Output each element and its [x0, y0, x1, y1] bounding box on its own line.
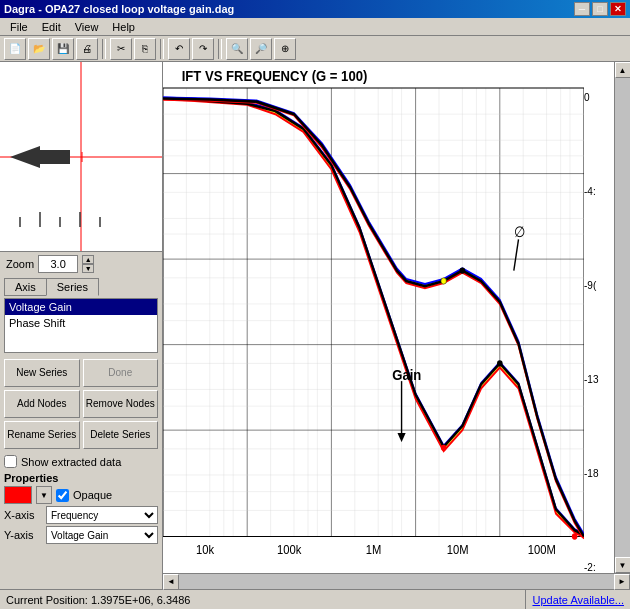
xlabel-100m: 100M — [528, 543, 556, 558]
color-row: ▼ Opaque — [4, 486, 158, 504]
zoom-input[interactable] — [38, 255, 78, 273]
properties-section: Properties ▼ Opaque X-axis Frequency Y-a… — [0, 470, 162, 548]
status-bar: Current Position: 1.3975E+06, 6.3486 Upd… — [0, 589, 630, 609]
yaxis-select[interactable]: Voltage Gain — [46, 526, 158, 544]
delete-series-button[interactable]: Delete Series — [83, 421, 159, 449]
title-controls: ─ □ ✕ — [574, 2, 626, 16]
main-content: Zoom ▲ ▼ Axis Series Voltage Gain Phase … — [0, 62, 630, 589]
scroll-track-h[interactable] — [179, 574, 614, 589]
phase-annotation: ∅ — [514, 224, 525, 241]
zoom-down-button[interactable]: ▼ — [82, 264, 94, 273]
chart-svg: IFT VS FREQUENCY (G = 100) — [163, 62, 584, 573]
zoom-spinner: ▲ ▼ — [82, 255, 94, 273]
show-extracted-row: Show extracted data — [0, 453, 162, 470]
buttons-area: New Series Done Add Nodes Remove Nodes R… — [0, 355, 162, 453]
properties-label: Properties — [4, 472, 158, 484]
dot-2 — [497, 360, 503, 366]
close-button[interactable]: ✕ — [610, 2, 626, 16]
left-panel: Zoom ▲ ▼ Axis Series Voltage Gain Phase … — [0, 62, 163, 589]
ylabel-225: -2: — [584, 562, 596, 573]
left-arrow-icon — [10, 146, 70, 168]
dot-4 — [441, 278, 447, 284]
rename-series-button[interactable]: Rename Series — [4, 421, 80, 449]
cut-button[interactable]: ✂ — [110, 38, 132, 60]
btn-row-1: New Series Done — [4, 359, 158, 387]
status-position: Current Position: 1.3975E+06, 6.3486 — [0, 594, 525, 606]
xaxis-row: X-axis Frequency — [4, 506, 158, 524]
menu-help[interactable]: Help — [106, 20, 141, 34]
scroll-left-button[interactable]: ◄ — [163, 574, 179, 590]
xaxis-select[interactable]: Frequency — [46, 506, 158, 524]
zoom-in-button[interactable]: 🔎 — [250, 38, 272, 60]
scroll-down-button[interactable]: ▼ — [615, 557, 631, 573]
window-title: Dagra - OPA27 closed loop voltage gain.d… — [4, 3, 234, 15]
undo-button[interactable]: ↶ — [168, 38, 190, 60]
ylabel-90: -9( — [584, 280, 596, 291]
y-labels: 0 -4: -9( -13 -18 -2: — [584, 92, 614, 573]
redo-button[interactable]: ↷ — [192, 38, 214, 60]
btn-row-3: Rename Series Delete Series — [4, 421, 158, 449]
xlabel-100k: 100k — [277, 543, 301, 558]
xlabel-1m: 1M — [366, 543, 382, 558]
color-dropdown[interactable]: ▼ — [36, 486, 52, 504]
toolbar: 📄 📂 💾 🖨 ✂ ⎘ ↶ ↷ 🔍 🔎 ⊕ — [0, 36, 630, 62]
save-button[interactable]: 💾 — [52, 38, 74, 60]
show-extracted-label: Show extracted data — [21, 456, 121, 468]
preview-area — [0, 62, 162, 252]
chart-title: IFT VS FREQUENCY (G = 100) — [182, 67, 368, 84]
print-button[interactable]: 🖨 — [76, 38, 98, 60]
xlabel-10k: 10k — [196, 543, 214, 558]
zoom-label: Zoom — [6, 258, 34, 270]
chart-area: IFT VS FREQUENCY (G = 100) — [163, 62, 630, 589]
new-series-button[interactable]: New Series — [4, 359, 80, 387]
menu-view[interactable]: View — [69, 20, 105, 34]
dot-3 — [460, 267, 466, 273]
yaxis-row: Y-axis Voltage Gain — [4, 526, 158, 544]
series-list[interactable]: Voltage Gain Phase Shift — [4, 298, 158, 353]
xlabel-10m: 10M — [447, 543, 469, 558]
svg-rect-8 — [163, 62, 584, 573]
opaque-label: Opaque — [73, 489, 112, 501]
done-button[interactable]: Done — [83, 359, 159, 387]
new-button[interactable]: 📄 — [4, 38, 26, 60]
remove-nodes-button[interactable]: Remove Nodes — [83, 390, 159, 418]
ylabel-0: 0 — [584, 92, 590, 103]
tab-series[interactable]: Series — [46, 278, 99, 296]
add-nodes-button[interactable]: Add Nodes — [4, 390, 80, 418]
menu-bar: File Edit View Help — [0, 18, 630, 36]
dot-1 — [441, 445, 447, 451]
y-axis-labels: 0 -4: -9( -13 -18 -2: — [584, 62, 614, 573]
scroll-right-button[interactable]: ► — [614, 574, 630, 590]
update-link[interactable]: Update Available... — [525, 590, 630, 609]
tabs: Axis Series — [0, 276, 162, 296]
zoom-fit-button[interactable]: ⊕ — [274, 38, 296, 60]
menu-edit[interactable]: Edit — [36, 20, 67, 34]
zoom-up-button[interactable]: ▲ — [82, 255, 94, 264]
show-extracted-checkbox[interactable] — [4, 455, 17, 468]
toolbar-sep-1 — [102, 39, 106, 59]
xaxis-label: X-axis — [4, 509, 42, 521]
opaque-checkbox[interactable] — [56, 489, 69, 502]
toolbar-sep-2 — [160, 39, 164, 59]
color-swatch[interactable] — [4, 486, 32, 504]
ylabel-45: -4: — [584, 186, 596, 197]
scrollbar-vertical[interactable]: ▲ ▼ — [614, 62, 630, 573]
scroll-track-v[interactable] — [615, 78, 630, 557]
scroll-up-button[interactable]: ▲ — [615, 62, 631, 78]
menu-file[interactable]: File — [4, 20, 34, 34]
ylabel-180: -18 — [584, 468, 598, 479]
series-item-voltage-gain[interactable]: Voltage Gain — [5, 299, 157, 315]
toolbar-sep-3 — [218, 39, 222, 59]
yaxis-label: Y-axis — [4, 529, 42, 541]
series-item-phase-shift[interactable]: Phase Shift — [5, 315, 157, 331]
copy-button[interactable]: ⎘ — [134, 38, 156, 60]
zoom-out-button[interactable]: 🔍 — [226, 38, 248, 60]
preview-svg — [0, 62, 162, 252]
ylabel-135: -13 — [584, 374, 598, 385]
scrollbar-horizontal[interactable]: ◄ ► — [163, 573, 630, 589]
tab-axis[interactable]: Axis — [4, 278, 47, 296]
maximize-button[interactable]: □ — [592, 2, 608, 16]
open-button[interactable]: 📂 — [28, 38, 50, 60]
zoom-row: Zoom ▲ ▼ — [0, 252, 162, 276]
minimize-button[interactable]: ─ — [574, 2, 590, 16]
